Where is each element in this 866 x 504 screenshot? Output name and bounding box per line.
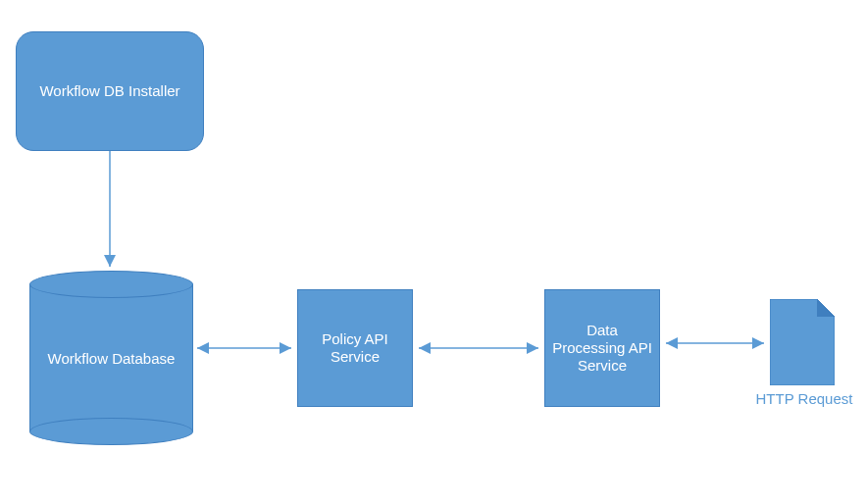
node-installer-label: Workflow DB Installer (39, 82, 179, 100)
edge-installer-database (106, 151, 114, 271)
node-dataproc: Data Processing API Service (544, 289, 660, 407)
node-http-label: HTTP Request (755, 390, 853, 407)
node-policy-label: Policy API Service (302, 330, 408, 366)
node-dataproc-label: Data Processing API Service (549, 322, 655, 375)
node-policy: Policy API Service (297, 289, 413, 407)
edge-database-policy (193, 344, 295, 352)
edge-dataproc-http (662, 339, 768, 347)
node-http (770, 299, 835, 389)
edge-policy-dataproc (415, 344, 542, 352)
node-installer: Workflow DB Installer (16, 31, 204, 151)
node-database: Workflow Database (29, 284, 193, 431)
document-icon (770, 299, 835, 385)
node-database-label: Workflow Database (48, 350, 176, 367)
svg-marker-1 (817, 299, 835, 317)
